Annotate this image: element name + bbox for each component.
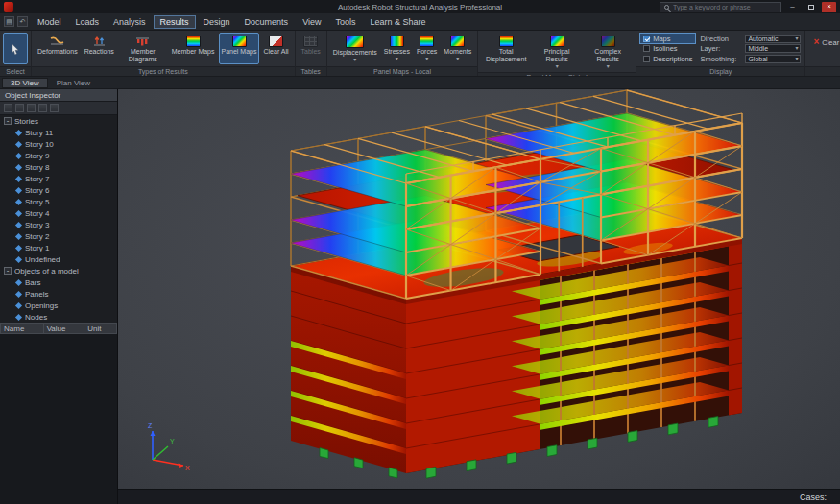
tree-item-stories[interactable]: -Stories	[0, 115, 117, 127]
ribbon: Select Deformations Reactions	[0, 31, 840, 77]
object-icon	[15, 301, 22, 308]
reactions-button[interactable]: Reactions	[82, 33, 117, 64]
panel-maps-icon	[232, 36, 247, 47]
collapse-icon[interactable]: -	[4, 117, 12, 125]
isolines-checkbox[interactable]	[643, 45, 650, 52]
ribbon-group-panel-maps-global: Total Displacement Principal Results ▾ C…	[478, 31, 636, 76]
displacements-button[interactable]: Displacements ▾	[330, 33, 380, 64]
title-bar: Autodesk Robot Structural Analysis Profe…	[0, 0, 840, 13]
select-button[interactable]	[3, 33, 28, 64]
clear-all-button[interactable]: Clear All	[260, 33, 291, 64]
save-icon[interactable]: ▤	[4, 16, 14, 27]
minimize-button[interactable]: –	[785, 2, 800, 12]
story-icon	[15, 244, 22, 251]
tree-item-objects-of-a-model[interactable]: -Objects of a model	[0, 265, 117, 276]
story-icon	[15, 140, 22, 147]
toolbar-icon[interactable]	[4, 104, 12, 112]
menu-item-loads[interactable]: Loads	[69, 15, 107, 29]
property-table-header: Name Value Unit	[0, 323, 117, 334]
object-inspector-panel: Object Inspector -Stories Story 11 Story…	[0, 89, 118, 504]
story-icon	[15, 129, 22, 135]
titlebar-right: – ×	[660, 2, 836, 12]
viewport-3d[interactable]: ZXY	[118, 89, 840, 489]
member-diagrams-button[interactable]: Member Diagrams	[118, 33, 168, 64]
principal-results-button[interactable]: Principal Results ▾	[532, 33, 582, 70]
layer-select[interactable]: Middle ▾	[745, 44, 801, 53]
search-icon	[664, 5, 669, 10]
smoothing-select[interactable]: Global ▾	[745, 55, 801, 63]
collapse-icon[interactable]: -	[4, 267, 12, 275]
tab-plan-view[interactable]: Plan View	[48, 78, 99, 88]
maps-checkbox[interactable]	[643, 36, 650, 42]
menu-item-model[interactable]: Model	[31, 15, 68, 29]
menu-bar: ▤ ↶ Model Loads Analysis Results Design …	[0, 13, 840, 31]
menu-item-tools[interactable]: Tools	[328, 15, 362, 29]
clear-button[interactable]: × Clear	[808, 36, 840, 49]
tree-item-story-11[interactable]: Story 11	[0, 127, 117, 138]
menu-item-results[interactable]: Results	[154, 15, 196, 29]
complex-results-icon	[601, 36, 615, 47]
stresses-button[interactable]: Stresses ▾	[381, 33, 413, 64]
panel-maps-button[interactable]: Panel Maps	[219, 33, 260, 64]
descriptions-checkbox[interactable]	[643, 56, 650, 62]
deformations-button[interactable]: Deformations	[35, 33, 81, 64]
toolbar-icon[interactable]	[27, 104, 36, 112]
total-displacement-button[interactable]: Total Displacement	[481, 33, 531, 70]
tree-item-story-5[interactable]: Story 5	[0, 196, 117, 207]
menu-item-analysis[interactable]: Analysis	[107, 15, 153, 29]
view-tab-bar: 3D View Plan View	[0, 77, 840, 89]
tree-item-bars[interactable]: Bars	[0, 276, 117, 288]
status-bar: Cases:	[118, 489, 840, 504]
tree-item-nodes[interactable]: Nodes	[0, 311, 117, 323]
inspector-toolbar	[0, 102, 117, 115]
menu-item-design[interactable]: Design	[197, 15, 237, 29]
column-unit[interactable]: Unit	[84, 323, 117, 334]
forces-icon	[420, 36, 434, 47]
toolbar-icon[interactable]	[50, 104, 59, 112]
tree-item-story-7[interactable]: Story 7	[0, 173, 117, 184]
tree-item-panels[interactable]: Panels	[0, 288, 117, 300]
complex-results-button[interactable]: Complex Results ▾	[583, 33, 633, 70]
forces-button[interactable]: Forces ▾	[414, 33, 440, 64]
direction-select[interactable]: Automatic ▾	[745, 35, 801, 43]
tree-item-openings[interactable]: Openings	[0, 300, 117, 311]
tree-item-undefined[interactable]: Undefined	[0, 253, 117, 265]
tables-button[interactable]: Tables	[299, 33, 324, 64]
isolines-checkbox-row[interactable]: Isolines	[640, 44, 695, 54]
undo-icon[interactable]: ↶	[17, 16, 28, 27]
tree-item-story-9[interactable]: Story 9	[0, 150, 117, 161]
maximize-button[interactable]	[804, 2, 818, 12]
story-icon	[15, 163, 22, 170]
member-maps-button[interactable]: Member Maps	[169, 33, 218, 64]
story-icon	[15, 175, 22, 181]
toolbar-icon[interactable]	[15, 104, 24, 112]
member-diagrams-icon	[135, 36, 150, 47]
cases-label[interactable]: Cases:	[800, 492, 827, 502]
chevron-down-icon: ▾	[456, 57, 459, 61]
tree-item-story-2[interactable]: Story 2	[0, 230, 117, 242]
tree-item-story-6[interactable]: Story 6	[0, 184, 117, 196]
window-title: Autodesk Robot Structural Analysis Profe…	[338, 3, 502, 12]
tree-item-story-10[interactable]: Story 10	[0, 138, 117, 150]
tree-item-story-8[interactable]: Story 8	[0, 161, 117, 173]
descriptions-checkbox-row[interactable]: Descriptions	[640, 54, 695, 63]
column-name[interactable]: Name	[0, 323, 44, 334]
menu-item-learn-share[interactable]: Learn & Share	[364, 15, 433, 29]
tab-3d-view[interactable]: 3D View	[2, 78, 48, 88]
maps-checkbox-row[interactable]: Maps	[640, 34, 695, 43]
total-displacement-icon	[499, 36, 514, 47]
chevron-down-icon: ▾	[607, 64, 610, 69]
search-input[interactable]	[673, 4, 777, 11]
maximize-icon	[808, 5, 814, 10]
tree-item-story-3[interactable]: Story 3	[0, 219, 117, 230]
close-button[interactable]: ×	[822, 2, 836, 12]
moments-button[interactable]: Moments ▾	[441, 33, 474, 64]
tree-item-story-4[interactable]: Story 4	[0, 207, 117, 219]
menu-item-view[interactable]: View	[296, 15, 327, 29]
menu-item-documents[interactable]: Documents	[238, 15, 296, 29]
toolbar-icon[interactable]	[38, 104, 47, 112]
display-select-column: Direction Automatic ▾ Layer: Middle ▾ Sm…	[700, 33, 801, 64]
column-value[interactable]: Value	[44, 323, 85, 334]
svg-text:Y: Y	[170, 438, 175, 444]
tree-item-story-1[interactable]: Story 1	[0, 242, 117, 253]
